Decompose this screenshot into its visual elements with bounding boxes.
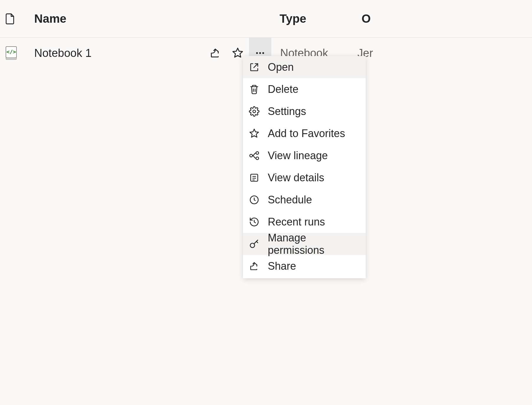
details-icon [249,172,268,183]
menu-label: Recent runs [268,216,325,228]
menu-item-recent-runs[interactable]: Recent runs [243,211,366,233]
menu-item-delete[interactable]: Delete [243,78,366,100]
menu-item-view-details[interactable]: View details [243,167,366,189]
svg-point-4 [259,52,261,54]
history-icon [249,217,268,227]
svg-point-3 [256,52,258,54]
menu-label: Add to Favorites [268,127,345,140]
svg-point-6 [253,110,256,113]
menu-label: Delete [268,83,298,96]
column-header-owner[interactable]: O [362,12,371,25]
menu-label: View details [268,172,324,184]
svg-point-9 [256,157,259,159]
menu-item-view-lineage[interactable]: View lineage [243,144,366,167]
menu-item-open[interactable]: Open [243,56,366,78]
column-header-type[interactable]: Type [280,12,362,25]
menu-label: Manage permissions [268,232,366,256]
menu-item-schedule[interactable]: Schedule [243,189,366,211]
notebook-cell-icon: </> [5,46,34,60]
svg-point-7 [250,154,252,157]
trash-icon [249,84,268,95]
menu-label: View lineage [268,149,328,162]
menu-label: Share [268,260,296,272]
menu-item-manage-permissions[interactable]: Manage permissions [243,233,366,255]
star-icon [249,128,268,139]
share-button[interactable] [204,38,226,68]
context-menu: Open Delete Settings Add to Favorites [243,56,366,278]
svg-rect-1 [6,58,17,60]
lineage-icon [249,150,268,161]
star-icon [232,47,244,59]
clock-icon [249,195,268,205]
row-name[interactable]: Notebook 1 [34,47,204,60]
gear-icon [249,106,268,117]
menu-label: Open [268,61,294,73]
open-icon [249,62,268,73]
svg-text:</>: </> [6,49,16,55]
menu-label: Schedule [268,194,312,206]
table-header: Name Type O [0,0,532,38]
column-header-name[interactable]: Name [34,12,280,25]
share-icon [209,47,221,59]
menu-item-add-favorites[interactable]: Add to Favorites [243,122,366,144]
menu-item-share[interactable]: Share [243,255,366,277]
svg-point-5 [262,52,264,54]
svg-point-8 [256,152,259,154]
menu-item-settings[interactable]: Settings [243,100,366,122]
key-icon [249,239,268,249]
menu-label: Settings [268,105,306,118]
share-icon [249,261,268,271]
header-file-icon [5,13,34,25]
